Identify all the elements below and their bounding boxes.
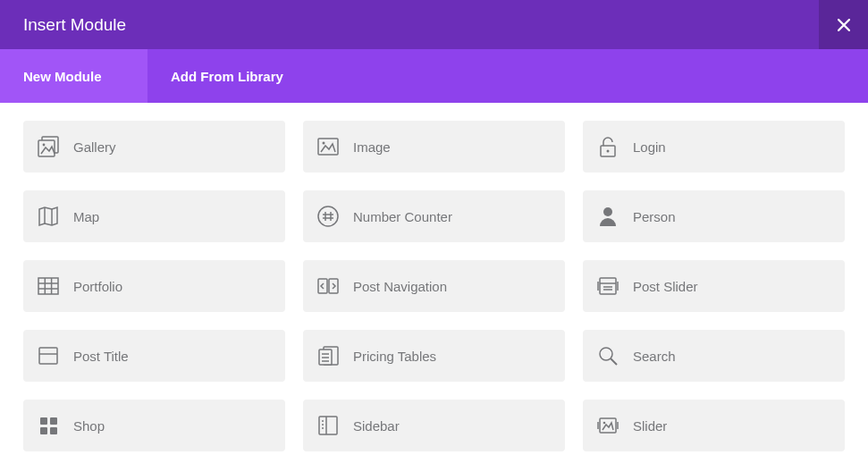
- module-login[interactable]: Login: [583, 121, 845, 173]
- module-person[interactable]: Person: [583, 190, 845, 242]
- module-label: Post Navigation: [353, 279, 447, 294]
- close-button[interactable]: [819, 0, 868, 49]
- module-label: Pricing Tables: [353, 349, 436, 364]
- tab-label: New Module: [23, 69, 102, 84]
- svg-point-35: [600, 348, 612, 360]
- shop-icon: [36, 413, 61, 438]
- module-label: Number Counter: [353, 209, 452, 224]
- svg-rect-20: [318, 279, 327, 293]
- svg-rect-28: [39, 348, 57, 364]
- svg-line-36: [611, 358, 617, 365]
- module-map[interactable]: Map: [23, 190, 285, 242]
- svg-rect-39: [40, 427, 47, 434]
- slider-icon: [595, 413, 620, 438]
- number-counter-icon: [316, 204, 341, 229]
- module-sidebar[interactable]: Sidebar: [303, 400, 565, 451]
- svg-point-9: [318, 206, 338, 226]
- module-label: Image: [353, 139, 391, 155]
- pricing-tables-icon: [316, 343, 341, 368]
- post-slider-icon: [595, 274, 620, 299]
- gallery-icon: [36, 134, 61, 159]
- module-label: Post Title: [73, 349, 129, 364]
- post-title-icon: [36, 343, 61, 368]
- module-number-counter[interactable]: Number Counter: [303, 190, 565, 242]
- module-search[interactable]: Search: [583, 330, 845, 382]
- close-icon: [838, 19, 850, 31]
- module-slider[interactable]: Slider: [583, 400, 845, 451]
- tab-bar: New Module Add From Library: [0, 49, 868, 103]
- svg-rect-41: [319, 417, 337, 434]
- portfolio-icon: [36, 274, 61, 299]
- image-icon: [316, 134, 341, 159]
- login-icon: [595, 134, 620, 159]
- modal-title: Insert Module: [23, 15, 126, 35]
- module-list: Gallery Image: [0, 103, 868, 455]
- module-post-navigation[interactable]: Post Navigation: [303, 260, 565, 312]
- module-post-title[interactable]: Post Title: [23, 330, 285, 382]
- module-label: Map: [73, 209, 99, 224]
- svg-rect-38: [50, 417, 57, 425]
- module-label: Post Slider: [633, 279, 698, 294]
- module-label: Person: [633, 209, 676, 224]
- tab-label: Add From Library: [171, 69, 283, 84]
- module-shop[interactable]: Shop: [23, 400, 285, 451]
- module-label: Slider: [633, 418, 667, 434]
- person-icon: [595, 204, 620, 229]
- svg-point-14: [603, 207, 612, 216]
- sidebar-icon: [316, 413, 341, 438]
- module-label: Sidebar: [353, 418, 400, 434]
- svg-rect-21: [329, 279, 338, 293]
- module-post-slider[interactable]: Post Slider: [583, 260, 845, 312]
- svg-point-47: [603, 422, 606, 425]
- module-image[interactable]: Image: [303, 121, 565, 173]
- svg-rect-40: [50, 427, 57, 434]
- module-grid: Gallery Image: [23, 121, 845, 451]
- tab-new-module[interactable]: New Module: [0, 49, 147, 103]
- tab-add-from-library[interactable]: Add From Library: [147, 49, 307, 103]
- module-pricing-tables[interactable]: Pricing Tables: [303, 330, 565, 382]
- module-label: Login: [633, 139, 666, 155]
- module-label: Search: [633, 349, 676, 364]
- search-icon: [595, 343, 620, 368]
- post-navigation-icon: [316, 274, 341, 299]
- svg-rect-15: [38, 278, 58, 294]
- module-label: Portfolio: [73, 279, 122, 294]
- svg-rect-22: [600, 278, 616, 294]
- map-icon: [36, 204, 61, 229]
- svg-rect-3: [318, 139, 338, 155]
- module-label: Shop: [73, 418, 105, 434]
- insert-module-modal: Insert Module New Module Add From Librar…: [0, 0, 868, 455]
- svg-point-2: [43, 144, 46, 147]
- module-label: Gallery: [73, 139, 116, 155]
- modal-header: Insert Module: [0, 0, 868, 49]
- svg-rect-37: [40, 417, 47, 425]
- module-portfolio[interactable]: Portfolio: [23, 260, 285, 312]
- svg-point-6: [607, 150, 610, 153]
- svg-point-4: [323, 142, 325, 145]
- module-gallery[interactable]: Gallery: [23, 121, 285, 173]
